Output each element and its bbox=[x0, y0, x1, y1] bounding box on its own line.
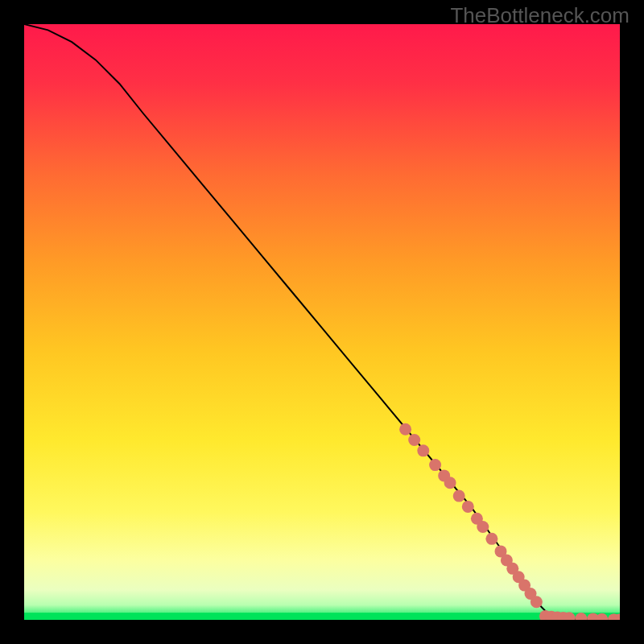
highlight-dot bbox=[408, 434, 420, 446]
highlight-dot bbox=[453, 490, 465, 502]
highlight-dot bbox=[530, 596, 543, 608]
chart-container: TheBottleneck.com bbox=[0, 0, 644, 644]
highlight-dot bbox=[429, 459, 441, 471]
highlight-dot bbox=[399, 423, 411, 436]
highlight-dot bbox=[462, 501, 474, 513]
highlight-dot bbox=[477, 521, 489, 533]
gradient-background bbox=[24, 24, 620, 620]
green-band bbox=[24, 613, 620, 620]
highlight-dot bbox=[444, 477, 456, 489]
highlight-dot bbox=[417, 444, 429, 456]
highlight-dot bbox=[485, 533, 497, 545]
plot-area bbox=[24, 24, 620, 620]
plot-svg bbox=[24, 24, 620, 620]
